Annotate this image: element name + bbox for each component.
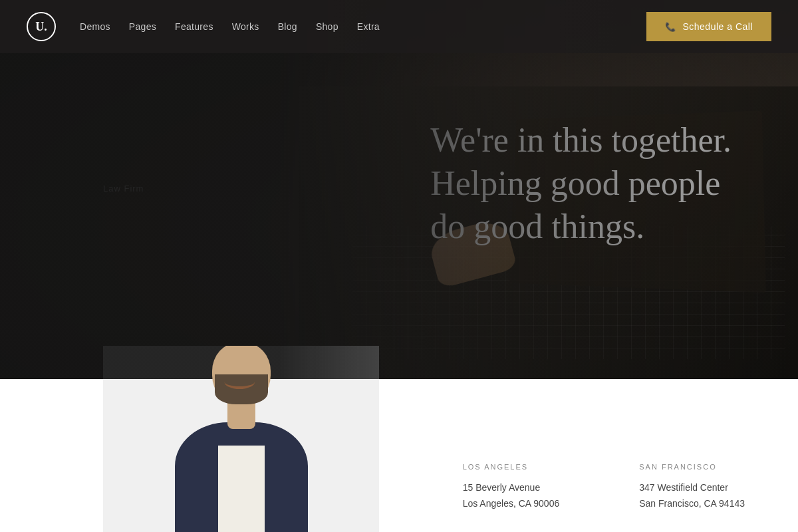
- address-line2-la: Los Angeles, CA 90006: [463, 498, 560, 509]
- address-los-angeles: Los Angeles 15 Beverly Avenue Los Angele…: [463, 463, 560, 512]
- nav-item-works[interactable]: Works: [232, 21, 259, 33]
- man-smile: [224, 374, 255, 389]
- man-neck: [227, 402, 255, 429]
- address-text-la: 15 Beverly Avenue Los Angeles, CA 90006: [463, 480, 560, 512]
- nav-link-pages[interactable]: Pages: [129, 21, 156, 32]
- nav-item-blog[interactable]: Blog: [278, 21, 297, 33]
- address-san-francisco: San Francisco 347 Westifield Center San …: [639, 463, 745, 512]
- address-line2-sf: San Francisco, CA 94143: [639, 498, 745, 509]
- nav-item-demos[interactable]: Demos: [80, 21, 110, 33]
- nav-link-extra[interactable]: Extra: [357, 21, 380, 32]
- nav-link-features[interactable]: Features: [175, 21, 213, 32]
- hero-section: Law Firm We're in this together. Helping…: [0, 0, 798, 379]
- city-label-sf: San Francisco: [639, 463, 745, 471]
- nav-link-blog[interactable]: Blog: [278, 21, 297, 32]
- man-shirt: [218, 446, 265, 532]
- nav-item-shop[interactable]: Shop: [316, 21, 338, 33]
- city-label-la: Los Angeles: [463, 463, 560, 471]
- nav-link-demos[interactable]: Demos: [80, 21, 110, 32]
- hero-gradient-overlay: [0, 0, 798, 379]
- navbar: U. Demos Pages Features Works Blog Shop …: [0, 0, 798, 53]
- logo[interactable]: U.: [27, 12, 56, 41]
- addresses-container: Los Angeles 15 Beverly Avenue Los Angele…: [463, 463, 745, 512]
- phone-icon: 📞: [665, 22, 676, 32]
- address-line1-la: 15 Beverly Avenue: [463, 482, 541, 493]
- address-text-sf: 347 Westifield Center San Francisco, CA …: [639, 480, 745, 512]
- nav-link-works[interactable]: Works: [232, 21, 259, 32]
- bottom-section: Los Angeles 15 Beverly Avenue Los Angele…: [0, 379, 798, 532]
- nav-links: Demos Pages Features Works Blog Shop Ext…: [80, 21, 380, 33]
- nav-left: U. Demos Pages Features Works Blog Shop …: [27, 12, 380, 41]
- nav-item-features[interactable]: Features: [175, 21, 213, 33]
- schedule-call-label: Schedule a Call: [682, 21, 753, 32]
- nav-link-shop[interactable]: Shop: [316, 21, 338, 32]
- nav-item-extra[interactable]: Extra: [357, 21, 380, 33]
- schedule-call-button[interactable]: 📞 Schedule a Call: [646, 12, 771, 41]
- address-line1-sf: 347 Westifield Center: [639, 482, 728, 493]
- nav-item-pages[interactable]: Pages: [129, 21, 156, 33]
